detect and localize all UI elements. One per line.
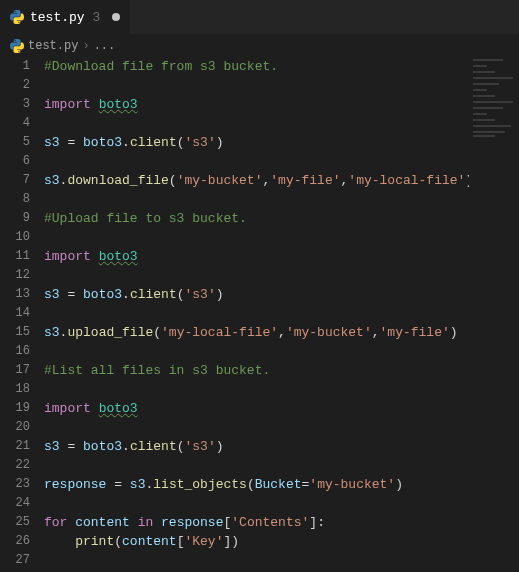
code-line[interactable]: print(content['Key']) bbox=[44, 532, 519, 551]
line-number: 23 bbox=[0, 475, 30, 494]
code-line[interactable]: import boto3 bbox=[44, 95, 519, 114]
code-line[interactable]: s3.upload_file('my-local-file','my-bucke… bbox=[44, 323, 519, 342]
line-number: 24 bbox=[0, 494, 30, 513]
line-number: 17 bbox=[0, 361, 30, 380]
line-number: 22 bbox=[0, 456, 30, 475]
tab-problems-count: 3 bbox=[93, 10, 101, 25]
tab-filename: test.py bbox=[30, 10, 85, 25]
code-line[interactable] bbox=[44, 418, 519, 437]
line-number: 8 bbox=[0, 190, 30, 209]
python-icon bbox=[10, 39, 24, 53]
line-number: 6 bbox=[0, 152, 30, 171]
code-line[interactable]: #List all files in s3 bucket. bbox=[44, 361, 519, 380]
code-line[interactable]: for content in response['Contents']: bbox=[44, 513, 519, 532]
code-line[interactable]: #Download file from s3 bucket. bbox=[44, 57, 519, 76]
line-number: 10 bbox=[0, 228, 30, 247]
line-number: 7 bbox=[0, 171, 30, 190]
tab-bar: test.py 3 bbox=[0, 0, 519, 35]
line-number: 15 bbox=[0, 323, 30, 342]
code-line[interactable]: #Upload file to s3 bucket. bbox=[44, 209, 519, 228]
code-line[interactable] bbox=[44, 494, 519, 513]
line-number: 18 bbox=[0, 380, 30, 399]
line-number: 3 bbox=[0, 95, 30, 114]
python-icon bbox=[10, 10, 24, 24]
line-number: 9 bbox=[0, 209, 30, 228]
line-number: 14 bbox=[0, 304, 30, 323]
dirty-indicator-icon bbox=[112, 13, 120, 21]
line-number: 11 bbox=[0, 247, 30, 266]
chevron-right-icon: › bbox=[82, 39, 89, 53]
line-number: 20 bbox=[0, 418, 30, 437]
code-line[interactable]: s3.download_file('my-bucket','my-file','… bbox=[44, 171, 519, 190]
line-number: 19 bbox=[0, 399, 30, 418]
code-area[interactable]: #Download file from s3 bucket.import bot… bbox=[44, 57, 519, 572]
line-number: 16 bbox=[0, 342, 30, 361]
code-line[interactable]: import boto3 bbox=[44, 247, 519, 266]
code-line[interactable] bbox=[44, 152, 519, 171]
code-line[interactable] bbox=[44, 456, 519, 475]
code-line[interactable] bbox=[44, 76, 519, 95]
line-number: 4 bbox=[0, 114, 30, 133]
code-line[interactable]: s3 = boto3.client('s3') bbox=[44, 437, 519, 456]
line-number: 26 bbox=[0, 532, 30, 551]
breadcrumb[interactable]: test.py › ... bbox=[0, 35, 519, 57]
breadcrumb-filename: test.py bbox=[28, 39, 78, 53]
line-number: 1 bbox=[0, 57, 30, 76]
code-line[interactable] bbox=[44, 551, 519, 570]
breadcrumb-more: ... bbox=[94, 39, 116, 53]
line-number: 12 bbox=[0, 266, 30, 285]
code-line[interactable]: s3 = boto3.client('s3') bbox=[44, 133, 519, 152]
code-line[interactable]: import boto3 bbox=[44, 399, 519, 418]
code-line[interactable]: s3 = boto3.client('s3') bbox=[44, 285, 519, 304]
line-number: 25 bbox=[0, 513, 30, 532]
editor[interactable]: 1234567891011121314151617181920212223242… bbox=[0, 57, 519, 572]
code-line[interactable] bbox=[44, 228, 519, 247]
code-line[interactable] bbox=[44, 380, 519, 399]
code-line[interactable] bbox=[44, 114, 519, 133]
line-number: 5 bbox=[0, 133, 30, 152]
line-number-gutter: 1234567891011121314151617181920212223242… bbox=[0, 57, 44, 572]
code-line[interactable] bbox=[44, 190, 519, 209]
code-line[interactable] bbox=[44, 342, 519, 361]
line-number: 13 bbox=[0, 285, 30, 304]
code-line[interactable]: response = s3.list_objects(Bucket='my-bu… bbox=[44, 475, 519, 494]
line-number: 21 bbox=[0, 437, 30, 456]
code-line[interactable] bbox=[44, 304, 519, 323]
minimap[interactable] bbox=[469, 57, 519, 572]
line-number: 27 bbox=[0, 551, 30, 570]
tab-test-py[interactable]: test.py 3 bbox=[0, 0, 131, 34]
code-line[interactable] bbox=[44, 266, 519, 285]
line-number: 2 bbox=[0, 76, 30, 95]
